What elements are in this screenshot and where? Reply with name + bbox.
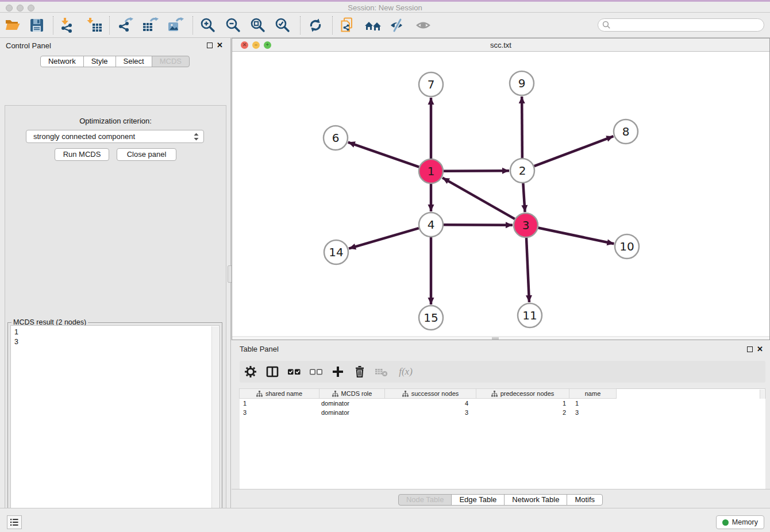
tab-network-table[interactable]: Network Table (504, 494, 567, 506)
split-view-icon[interactable] (261, 365, 283, 378)
network-canvas[interactable]: 1234678910111415 (232, 52, 769, 337)
zoom-out-icon[interactable] (224, 16, 243, 35)
save-session-icon[interactable] (27, 16, 47, 35)
import-table-icon[interactable] (85, 16, 105, 35)
table-row[interactable]: 3dominator323 (240, 408, 765, 417)
optimization-criterion-label: Optimization criterion: (5, 117, 226, 125)
close-panel-icon[interactable]: ✕ (217, 41, 223, 49)
table-cell[interactable]: 1 (572, 399, 619, 408)
graph-node-label: 15 (424, 311, 438, 325)
function-builder-icon: f(x) (392, 366, 419, 377)
graph-edge-1-6[interactable] (348, 142, 419, 167)
graph-edge-2-9[interactable] (522, 97, 522, 158)
tab-style[interactable]: Style (83, 56, 116, 67)
graph-edge-2-3[interactable] (523, 183, 525, 212)
tree-sort-icon (332, 391, 338, 397)
search-icon (602, 21, 611, 29)
add-column-icon[interactable] (327, 365, 349, 378)
column-header-shared-name[interactable]: shared name (239, 388, 319, 399)
control-panel-tabs: Network Style Select MCDS (0, 56, 230, 67)
select-checkboxes-icon[interactable] (283, 365, 305, 378)
graph-node-label: 4 (428, 218, 435, 232)
table-cell[interactable]: 3 (240, 408, 320, 417)
table-cell[interactable]: dominator (320, 408, 386, 417)
float-panel-icon[interactable] (207, 43, 213, 48)
tab-motifs[interactable]: Motifs (567, 494, 603, 506)
mcds-panel-body: Optimization criterion: strongly connect… (5, 105, 226, 532)
graph-edge-4-3[interactable] (444, 225, 513, 225)
column-header-predecessor-nodes[interactable]: predecessor nodes (476, 388, 569, 399)
toolbar-separator (53, 16, 53, 34)
search-input[interactable] (613, 21, 764, 29)
network-window-titlebar: ✕ − + scc.txt (232, 38, 769, 52)
control-panel: Control Panel ✕ Network Style Select MCD… (0, 38, 231, 508)
table-tabs-divider (232, 489, 770, 489)
graph-edge-2-8[interactable] (534, 136, 614, 166)
task-list-button[interactable] (7, 515, 22, 529)
app-title-bar: Session: New Session (0, 0, 770, 13)
graph-node-label: 3 (522, 218, 530, 232)
network-window-title: scc.txt (232, 41, 769, 49)
tab-edge-table[interactable]: Edge Table (451, 494, 505, 506)
column-header-label: shared name (265, 390, 302, 397)
run-mcds-button[interactable]: Run MCDS (55, 148, 109, 161)
table-float-icon[interactable] (747, 346, 753, 352)
network-hscrollbar-handle[interactable] (492, 337, 499, 340)
table-toolbar: f(x) (240, 361, 765, 383)
close-panel-button[interactable]: Close panel (117, 148, 176, 161)
graph-edge-3-1[interactable] (442, 178, 515, 219)
status-bar: Memory (0, 508, 770, 532)
tab-node-table[interactable]: Node Table (398, 494, 452, 506)
network-graph[interactable]: 1234678910111415 (232, 52, 769, 337)
export-table-icon[interactable] (140, 16, 160, 35)
table-cell[interactable]: 3 (572, 408, 619, 417)
zoom-selected-icon[interactable] (273, 16, 292, 35)
list-icon (9, 517, 20, 527)
zoom-in-icon[interactable] (198, 16, 218, 35)
graph-edge-1-2[interactable] (444, 171, 509, 171)
memory-label: Memory (732, 518, 758, 526)
import-network-icon[interactable] (57, 16, 77, 35)
column-header-MCDS-role[interactable]: MCDS role (319, 388, 385, 399)
houses-icon[interactable] (363, 16, 383, 35)
table-cell[interactable]: dominator (320, 399, 386, 408)
mcds-result-box[interactable]: 1 3 (10, 325, 220, 532)
tab-network[interactable]: Network (40, 56, 84, 67)
table-row[interactable]: 1dominator411 (240, 399, 765, 408)
network-window: ✕ − + scc.txt 1234678910111415 (232, 38, 770, 340)
graph-node-label: 6 (332, 131, 340, 145)
table-body: 1dominator4113dominator323 (240, 399, 765, 489)
settings-gear-icon[interactable] (240, 365, 261, 378)
column-header-name[interactable]: name (569, 388, 617, 399)
table-cell[interactable]: 4 (386, 399, 478, 408)
eye-slash-icon[interactable] (388, 16, 407, 35)
refresh-icon[interactable] (306, 16, 325, 35)
chevron-up-down-icon (192, 132, 200, 141)
clear-checkboxes-icon[interactable] (305, 365, 327, 378)
zoom-fit-icon[interactable] (248, 16, 268, 35)
tab-mcds[interactable]: MCDS (152, 56, 190, 67)
search-box[interactable] (598, 18, 764, 32)
documents-share-icon[interactable] (337, 16, 357, 35)
column-header-successor-nodes[interactable]: successor nodes (384, 388, 476, 399)
network-hscrollbar[interactable] (232, 336, 769, 340)
table-cell[interactable]: 2 (478, 408, 572, 417)
result-scrollbar[interactable] (211, 326, 218, 532)
table-cell[interactable]: 3 (386, 408, 478, 417)
memory-button[interactable]: Memory (716, 515, 764, 529)
open-session-icon[interactable] (3, 16, 22, 35)
graph-edge-4-14[interactable] (349, 228, 419, 248)
export-image-icon[interactable] (165, 16, 185, 35)
export-network-icon[interactable] (116, 16, 135, 35)
table-cell[interactable]: 1 (240, 399, 320, 408)
table-cell[interactable]: 1 (478, 399, 572, 408)
delete-icon[interactable] (349, 365, 371, 378)
tab-select[interactable]: Select (116, 56, 152, 67)
toolbar-separator (332, 16, 333, 34)
table-close-icon[interactable]: ✕ (757, 345, 763, 353)
column-header-label: successor nodes (411, 390, 459, 397)
graph-edge-3-11[interactable] (526, 238, 529, 302)
graph-edge-3-10[interactable] (538, 228, 614, 244)
memory-status-icon (722, 519, 729, 526)
optimization-criterion-select[interactable]: strongly connected component (26, 130, 204, 143)
